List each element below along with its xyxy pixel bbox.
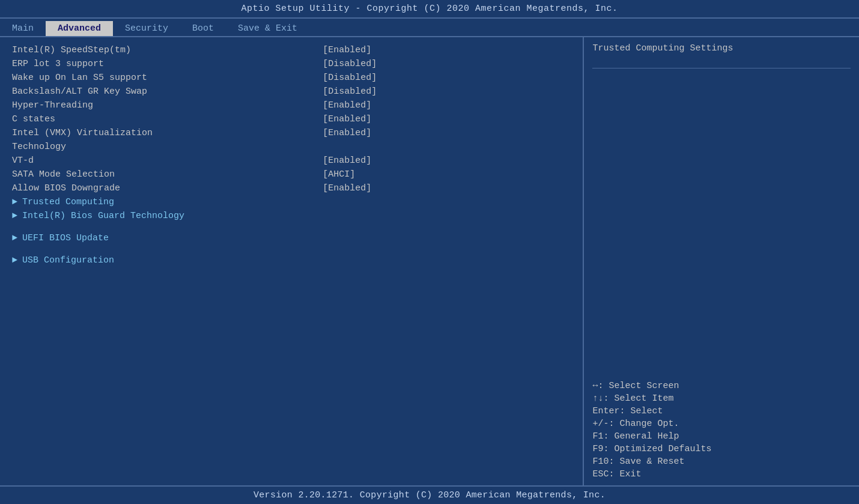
key-general-help: F1: General Help (592, 431, 851, 442)
row-bios-downgrade-label: Allow BIOS Downgrade (12, 183, 323, 193)
spacer-2 (12, 245, 577, 254)
row-sata-label: SATA Mode Selection (12, 169, 323, 180)
row-technology-label: Technology (12, 142, 323, 152)
row-speedstep-label: Intel(R) SpeedStep(tm) (12, 45, 323, 55)
status-text: Version 2.20.1271. Copyright (C) 2020 Am… (253, 490, 606, 500)
row-bios-downgrade[interactable]: Allow BIOS Downgrade [Enabled] (12, 181, 577, 195)
row-backslash-value: [Disabled] (323, 87, 577, 97)
tab-security[interactable]: Security (113, 21, 180, 36)
row-vtd-label: VT-d (12, 156, 323, 166)
key-select-screen: ↔: Select Screen (592, 381, 851, 391)
row-erp-value: [Disabled] (323, 59, 577, 69)
row-cstates[interactable]: C states [Enabled] (12, 112, 577, 126)
row-erp-label: ERP lot 3 support (12, 59, 323, 69)
row-vmx-label: Intel (VMX) Virtualization (12, 128, 323, 138)
spacer-1 (12, 223, 577, 231)
row-bios-guard-label: Intel(R) Bios Guard Technology (22, 211, 333, 221)
row-hyperthreading-value: [Enabled] (323, 100, 577, 111)
row-hyperthreading[interactable]: Hyper-Threading [Enabled] (12, 99, 577, 112)
row-bios-downgrade-value: [Enabled] (323, 183, 577, 193)
status-bar: Version 2.20.1271. Copyright (C) 2020 Am… (0, 485, 859, 504)
title-text: Aptio Setup Utility - Copyright (C) 2020… (241, 4, 618, 14)
arrow-icon-uefi: ► (12, 233, 17, 243)
row-uefi-bios[interactable]: ► UEFI BIOS Update (12, 231, 577, 245)
nav-bar: Main Advanced Security Boot Save & Exit (0, 19, 859, 37)
row-cstates-value: [Enabled] (323, 114, 577, 124)
row-technology: Technology (12, 140, 577, 154)
row-wakeup-label: Wake up On Lan S5 support (12, 73, 323, 83)
row-speedstep-value: [Enabled] (323, 45, 577, 55)
key-optimized-defaults: F9: Optimized Defaults (592, 444, 851, 454)
row-wakeup-value: [Disabled] (323, 73, 577, 83)
row-hyperthreading-label: Hyper-Threading (12, 100, 323, 111)
arrow-icon-bios-guard: ► (12, 211, 17, 221)
row-usb-config[interactable]: ► USB Configuration (12, 254, 577, 267)
key-enter-select: Enter: Select (592, 406, 851, 416)
key-help: ↔: Select Screen ↑↓: Select Item Enter: … (592, 381, 851, 479)
row-speedstep[interactable]: Intel(R) SpeedStep(tm) [Enabled] (12, 43, 577, 57)
main-content: Intel(R) SpeedStep(tm) [Enabled] ERP lot… (0, 37, 859, 485)
title-bar: Aptio Setup Utility - Copyright (C) 2020… (0, 0, 859, 19)
row-usb-config-label: USB Configuration (22, 255, 333, 266)
row-bios-guard[interactable]: ► Intel(R) Bios Guard Technology (12, 209, 577, 223)
tab-save-exit[interactable]: Save & Exit (226, 21, 309, 36)
row-vtd[interactable]: VT-d [Enabled] (12, 154, 577, 168)
key-save-reset: F10: Save & Reset (592, 457, 851, 467)
left-panel: Intel(R) SpeedStep(tm) [Enabled] ERP lot… (0, 37, 584, 485)
row-sata-value: [AHCI] (323, 169, 577, 180)
row-uefi-bios-label: UEFI BIOS Update (22, 233, 333, 243)
arrow-icon-usb: ► (12, 255, 17, 266)
row-cstates-label: C states (12, 114, 323, 124)
arrow-icon-trusted: ► (12, 197, 17, 207)
row-backslash-label: Backslash/ALT GR Key Swap (12, 87, 323, 97)
key-esc-exit: ESC: Exit (592, 469, 851, 479)
row-backslash[interactable]: Backslash/ALT GR Key Swap [Disabled] (12, 85, 577, 99)
key-select-item: ↑↓: Select Item (592, 393, 851, 404)
row-vtd-value: [Enabled] (323, 156, 577, 166)
row-vmx[interactable]: Intel (VMX) Virtualization [Enabled] (12, 126, 577, 140)
tab-main[interactable]: Main (0, 21, 46, 36)
right-panel: Trusted Computing Settings ↔: Select Scr… (584, 37, 859, 485)
row-sata[interactable]: SATA Mode Selection [AHCI] (12, 168, 577, 181)
row-trusted-computing[interactable]: ► Trusted Computing (12, 195, 577, 209)
tab-boot[interactable]: Boot (180, 21, 226, 36)
help-title: Trusted Computing Settings (592, 43, 851, 53)
row-trusted-label: Trusted Computing (22, 197, 333, 207)
key-change-opt: +/-: Change Opt. (592, 419, 851, 429)
row-erp[interactable]: ERP lot 3 support [Disabled] (12, 57, 577, 71)
tab-advanced[interactable]: Advanced (46, 21, 113, 36)
row-vmx-value: [Enabled] (323, 128, 577, 138)
right-panel-divider (592, 68, 851, 68)
row-wakeup[interactable]: Wake up On Lan S5 support [Disabled] (12, 71, 577, 85)
